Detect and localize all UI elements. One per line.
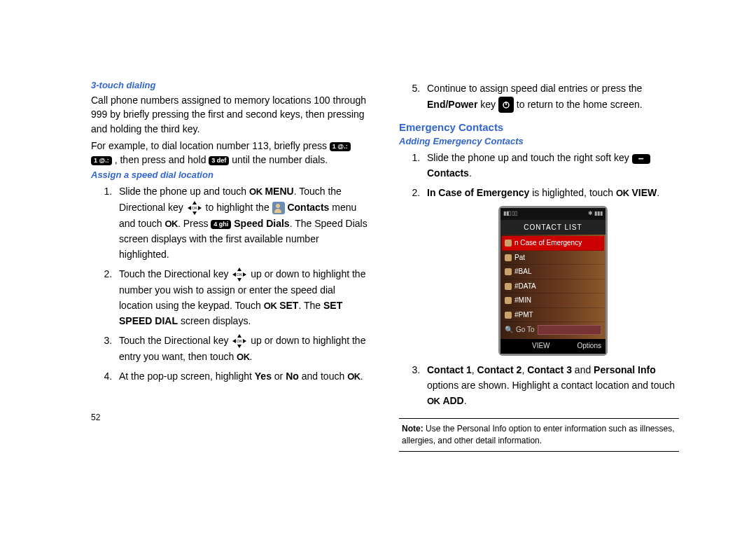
list-item: n Case of Emergency bbox=[502, 236, 604, 251]
svg-marker-1 bbox=[192, 212, 197, 215]
text-bold: MENU bbox=[265, 186, 293, 197]
right-column: Continue to assign speed dial entries or… bbox=[399, 77, 679, 452]
ok-icon: OK bbox=[427, 394, 440, 408]
text: Slide the phone up and touch the right s… bbox=[427, 152, 632, 163]
ok-icon: OK bbox=[237, 350, 250, 364]
softkey-center: VIEW bbox=[532, 340, 550, 352]
key-1-icon: 1 @.: bbox=[330, 142, 351, 151]
note-box: Note: Use the Personal Info option to en… bbox=[399, 418, 679, 452]
svg-marker-3 bbox=[198, 206, 202, 210]
directional-key-icon: OK bbox=[231, 333, 248, 349]
text: key bbox=[477, 98, 498, 109]
text: . Press bbox=[178, 218, 211, 229]
subheading-3touch: 3-touch dialing bbox=[91, 80, 371, 90]
left-column: 3-touch dialing Call phone numbers assig… bbox=[91, 77, 371, 452]
svg-marker-2 bbox=[188, 206, 191, 210]
contact-item-icon bbox=[505, 268, 512, 275]
svg-marker-8 bbox=[243, 272, 246, 277]
contact-item-icon bbox=[505, 297, 512, 304]
step-3: Touch the Directional key OK up or down … bbox=[115, 333, 371, 365]
step-1: Slide the phone up and touch OK MENU. To… bbox=[115, 184, 371, 262]
ok-icon: OK bbox=[249, 185, 262, 199]
note-label: Note: bbox=[402, 424, 424, 434]
power-key-icon bbox=[498, 97, 514, 113]
text-bold: Personal Info bbox=[594, 364, 656, 375]
ok-icon: OK bbox=[347, 370, 360, 384]
contacts-icon bbox=[272, 202, 285, 214]
page-number: 52 bbox=[91, 413, 371, 422]
step-2: Touch the Directional key OK up or down … bbox=[115, 266, 371, 328]
list-item-label: #PMT bbox=[514, 310, 533, 321]
text-bold: VIEW bbox=[631, 187, 657, 198]
directional-key-icon: OK bbox=[231, 266, 248, 283]
text: options are shown. Highlight a contact l… bbox=[427, 380, 675, 391]
steps-continued: Continue to assign speed dial entries or… bbox=[399, 81, 679, 113]
contact-item-icon bbox=[505, 312, 512, 319]
list-item: #DATA bbox=[502, 279, 604, 294]
goto-label: Go To bbox=[516, 324, 535, 335]
ok-icon: OK bbox=[164, 217, 178, 231]
list-item-label: #DATA bbox=[514, 281, 536, 292]
text-bold: End/Power bbox=[427, 98, 477, 109]
text: At the pop-up screen, highlight bbox=[119, 371, 255, 382]
text-bold: In Case of Emergency bbox=[427, 187, 529, 198]
contact-item-icon bbox=[505, 240, 512, 247]
text-bold: No bbox=[286, 371, 299, 382]
text: , then press and hold bbox=[115, 154, 209, 165]
list-item: #PMT bbox=[502, 308, 604, 323]
text-bold: Contact 2 bbox=[477, 364, 522, 375]
steps-assign: Slide the phone up and touch OK MENU. To… bbox=[91, 184, 371, 384]
phone-softkeys: VIEW Options bbox=[500, 339, 606, 354]
text: Continue to assign speed dial entries or… bbox=[427, 83, 642, 94]
text-bold: SET bbox=[279, 300, 298, 311]
text-bold: Contacts bbox=[427, 167, 469, 179]
phone-list: n Case of Emergency Pat #BAL #DATA #MIN … bbox=[500, 235, 606, 339]
text-bold: Contact 3 bbox=[527, 364, 572, 375]
svg-marker-12 bbox=[232, 339, 236, 343]
softkey-right: Options bbox=[578, 340, 601, 352]
steps-emergency: Slide the phone up and touch the right s… bbox=[399, 151, 679, 408]
text: . bbox=[657, 187, 659, 198]
contact-item-icon bbox=[505, 283, 512, 290]
phone-goto: 🔍Go To bbox=[502, 322, 604, 338]
svg-text:OK: OK bbox=[237, 339, 243, 343]
list-item: #BAL bbox=[502, 265, 604, 279]
text: or bbox=[272, 371, 286, 382]
list-item-label: n Case of Emergency bbox=[514, 237, 582, 249]
svg-marker-7 bbox=[232, 272, 236, 277]
text: screen displays. bbox=[178, 315, 251, 326]
svg-marker-10 bbox=[237, 334, 241, 338]
section-emergency: Emergency Contacts bbox=[399, 121, 679, 133]
text: . bbox=[469, 167, 472, 179]
estep-2: In Case of Emergency is higlighted, touc… bbox=[423, 186, 679, 356]
svg-text:OK: OK bbox=[191, 206, 197, 210]
text: is higlighted, touch bbox=[529, 187, 616, 198]
svg-marker-5 bbox=[237, 268, 241, 271]
list-item-label: Pat bbox=[514, 252, 525, 263]
right-softkey-icon: – bbox=[632, 154, 650, 164]
text: and touch bbox=[299, 371, 347, 382]
text: to highlight the bbox=[206, 202, 272, 213]
svg-marker-6 bbox=[237, 278, 241, 282]
phone-statusbar: ▮◧▯▯✱ ▮▮▮ bbox=[500, 208, 606, 219]
text: and bbox=[572, 364, 594, 375]
estep-3: Contact 1, Contact 2, Contact 3 and Pers… bbox=[423, 363, 679, 408]
text: Touch the Directional key bbox=[119, 335, 231, 346]
directional-key-icon: OK bbox=[186, 200, 203, 216]
estep-1: Slide the phone up and touch the right s… bbox=[423, 151, 679, 181]
subheading-adding-emergency: Adding Emergency Contacts bbox=[399, 136, 679, 146]
para-3touch-example: For example, to dial location number 113… bbox=[91, 139, 371, 167]
step-5: Continue to assign speed dial entries or… bbox=[423, 81, 679, 113]
list-item: #MIN bbox=[502, 293, 604, 308]
key-1-icon: 1 @.: bbox=[91, 156, 112, 165]
phone-screenshot: ▮◧▯▯✱ ▮▮▮ CONTACT LIST n Case of Emergen… bbox=[498, 206, 608, 356]
contact-item-icon bbox=[505, 254, 512, 261]
svg-marker-13 bbox=[243, 339, 246, 343]
para-3touch-desc: Call phone numbers assigned to memory lo… bbox=[91, 93, 371, 136]
text-bold: Contacts bbox=[287, 202, 329, 213]
text: . bbox=[464, 395, 467, 406]
text: . The bbox=[298, 300, 323, 311]
text-bold: ADD bbox=[442, 395, 463, 406]
text: , bbox=[522, 364, 527, 375]
key-3-icon: 3 def bbox=[209, 156, 229, 165]
